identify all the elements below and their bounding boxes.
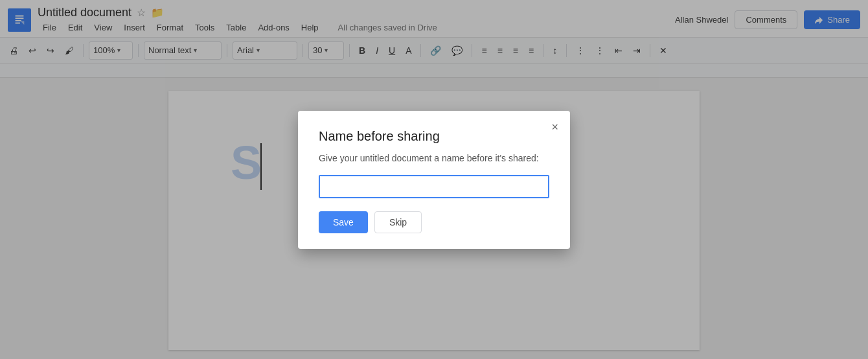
name-before-sharing-dialog: × Name before sharing Give your untitled… bbox=[298, 111, 570, 249]
dialog-close-button[interactable]: × bbox=[549, 119, 561, 135]
document-name-input[interactable] bbox=[319, 175, 549, 198]
dialog-save-button[interactable]: Save bbox=[319, 211, 368, 233]
modal-overlay: × Name before sharing Give your untitled… bbox=[0, 0, 868, 359]
dialog-description: Give your untitled document a name befor… bbox=[319, 153, 549, 163]
dialog-actions: Save Skip bbox=[319, 211, 549, 233]
dialog-skip-button[interactable]: Skip bbox=[374, 211, 422, 233]
dialog-title: Name before sharing bbox=[319, 129, 549, 144]
